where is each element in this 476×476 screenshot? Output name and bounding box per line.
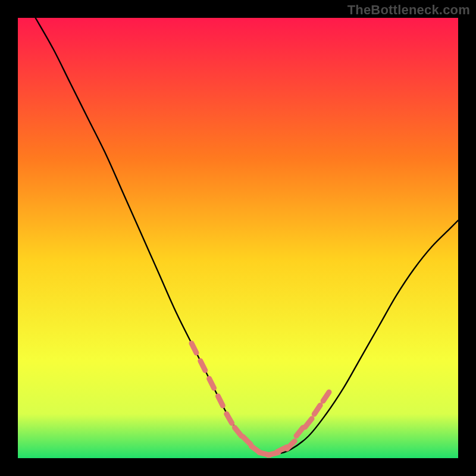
watermark-text: TheBottleneck.com [347, 2, 470, 18]
gradient-background [18, 18, 458, 458]
chart-frame [18, 18, 458, 458]
bottleneck-chart [18, 18, 458, 458]
